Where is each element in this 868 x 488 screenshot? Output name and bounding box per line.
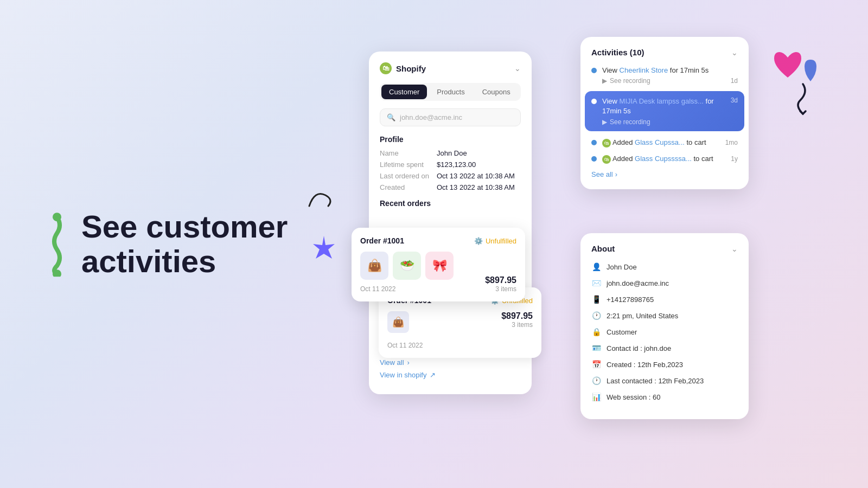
profile-name-row: Name John Doe [380,149,521,157]
activity-content-1: View Cheerlink Store for 17min 5s ▶ See … [602,66,738,85]
hero-text: See customeractivities [81,209,288,279]
about-timezone-value: 2:21 pm, United States [607,312,678,320]
about-item-email: ✉️ john.doe@acme.inc [591,278,738,288]
activity-1-sub: ▶ See recording 1d [602,77,738,85]
order-back-img: 👜 [387,311,409,333]
unfulfilled-icon: ⚙️ [474,237,483,245]
profile-lifetime-row: Lifetime spent $123,123.00 [380,160,521,169]
search-icon: 🔍 [387,113,395,121]
activity-3-after: to cart [687,138,706,146]
order-card-front: Order #1001 ⚙️ Unfulfilled 👜 🥗 🎀 Oct 11 … [352,228,525,301]
clock-icon: 🕐 [591,311,601,320]
activity-1-before: View [602,66,620,74]
about-web-session-value: Web session : 60 [607,393,660,401]
tab-products[interactable]: Products [429,85,472,99]
about-item-phone: 📱 +14127898765 [591,294,738,304]
profile-name-value: John Doe [437,149,467,157]
recent-orders-title: Recent orders [380,199,521,208]
about-card: About ⌄ 👤 John Doe ✉️ john.doe@acme.inc … [580,233,749,419]
about-last-contacted-value: Last contacted : 12th Feb,2023 [607,377,704,385]
profile-name-label: Name [380,149,431,157]
order-front-total: $897.95 [485,275,516,285]
about-created-value: Created : 12th Feb,2023 [607,361,683,369]
activity-content-2: View MIJIA Desk lampss galss... for 17mi… [602,97,738,125]
person-icon: 👤 [591,262,601,272]
about-title: About [591,244,615,253]
about-email-value: john.doe@acme.inc [607,279,669,287]
profile-section: Profile Name John Doe Lifetime spent $12… [380,135,521,191]
profile-created-row: Created Oct 13 2022 at 10:38 AM [380,183,521,191]
profile-lifetime-value: $123,123.00 [437,160,476,169]
activity-dot-3 [591,140,597,145]
about-type-value: Customer [607,328,637,336]
hero-section: See customeractivities [43,209,288,279]
order-front-number: Order #1001 [360,236,404,245]
view-in-shopify-label: View in shopify [380,371,426,379]
activity-3-time: 1mo [725,139,738,146]
activity-dot-2 [591,99,597,104]
svg-point-0 [53,213,61,221]
recording-icon-2: ▶ [602,118,607,126]
about-item-created: 📅 Created : 12th Feb,2023 [591,359,738,369]
shopify-icon: 🛍 [380,62,392,74]
order-front-items-count: 3 items [495,285,516,293]
shopify-logo: 🛍 Shopify [380,62,426,74]
activity-1-link[interactable]: Cheerlink Store [620,66,668,74]
about-header: About ⌄ [591,244,738,253]
activity-content-4: 🛍 Added Glass Cupssssa... to cart 1y [602,154,738,164]
see-all-link[interactable]: See all › [591,170,738,178]
activities-card: Activities (10) ⌄ View Cheerlink Store f… [580,37,749,189]
right-squiggle-icon [792,81,814,119]
activity-item-3: 🛍 Added Glass Cupssa... to cart 1mo [591,138,738,147]
profile-lastordered-label: Last ordered on [380,172,431,180]
profile-lifetime-label: Lifetime spent [380,160,431,169]
activity-text-1: View Cheerlink Store for 17min 5s [602,66,738,75]
activity-dot-4 [591,156,597,162]
activity-2-link[interactable]: MIJIA Desk lampss galss... [620,97,704,105]
activity-2-time: 3d [731,97,738,104]
activity-text-4: 🛍 Added Glass Cupssssa... to cart [602,154,713,164]
order-front-status-label: Unfulfilled [486,237,516,245]
about-item-last-contacted: 🕐 Last contacted : 12th Feb,2023 [591,376,738,386]
view-all-link[interactable]: View all › [380,358,521,367]
shopify-icon-sm-4: 🛍 [602,155,611,164]
about-phone-value: +14127898765 [607,296,654,304]
about-name-value: John Doe [607,263,637,271]
view-all-label: View all [380,358,404,367]
tabs-bar: Customer Products Coupons [380,83,521,101]
activities-chevron-icon[interactable]: ⌄ [731,48,738,57]
activity-2-sub: ▶ See recording [602,118,738,126]
tab-customer[interactable]: Customer [381,85,427,99]
activity-4-link[interactable]: Glass Cupssssa... [635,155,692,163]
card-links: View all › View in shopify ↗ [380,358,521,379]
tab-coupons[interactable]: Coupons [475,85,518,99]
activity-item-2: View MIJIA Desk lampss galss... for 17mi… [585,91,744,131]
about-item-timezone: 🕐 2:21 pm, United States [591,311,738,320]
order-back-date: Oct 11 2022 [387,342,533,349]
about-chevron-icon[interactable]: ⌄ [731,245,738,253]
see-all-arrow-icon: › [615,170,617,178]
order-item-pink: 🎀 [425,252,454,280]
activities-header: Activities (10) ⌄ [591,48,738,57]
activity-item-1: View Cheerlink Store for 17min 5s ▶ See … [591,66,738,85]
activity-text-3: 🛍 Added Glass Cupssa... to cart [602,138,706,147]
view-in-shopify-link[interactable]: View in shopify ↗ [380,371,521,379]
profile-created-value: Oct 13 2022 at 10:38 AM [437,183,515,191]
about-item-type: 🔒 Customer [591,327,738,337]
curl-icon [304,184,336,211]
email-icon: ✉️ [591,278,601,288]
activity-content-3: 🛍 Added Glass Cupssa... to cart 1mo [602,138,738,147]
activity-3-link[interactable]: Glass Cupssa... [635,138,685,146]
id-icon: 🪪 [591,343,601,353]
activity-1-sub-label: See recording [610,77,650,85]
see-all-label: See all [591,170,613,178]
order-front-date: Oct 11 2022 [360,285,454,293]
recording-icon-1: ▶ [602,77,607,85]
heart-icon [771,48,804,86]
order-back-items-count: 3 items [512,321,533,329]
search-box[interactable]: 🔍 john.doe@acme.inc [380,108,521,126]
order-front-status: ⚙️ Unfulfilled [474,237,516,245]
shopify-chevron-icon[interactable]: ⌄ [514,64,521,73]
profile-lastordered-value: Oct 13 2022 at 10:38 AM [437,172,515,180]
shopify-icon-sm-3: 🛍 [602,139,611,147]
